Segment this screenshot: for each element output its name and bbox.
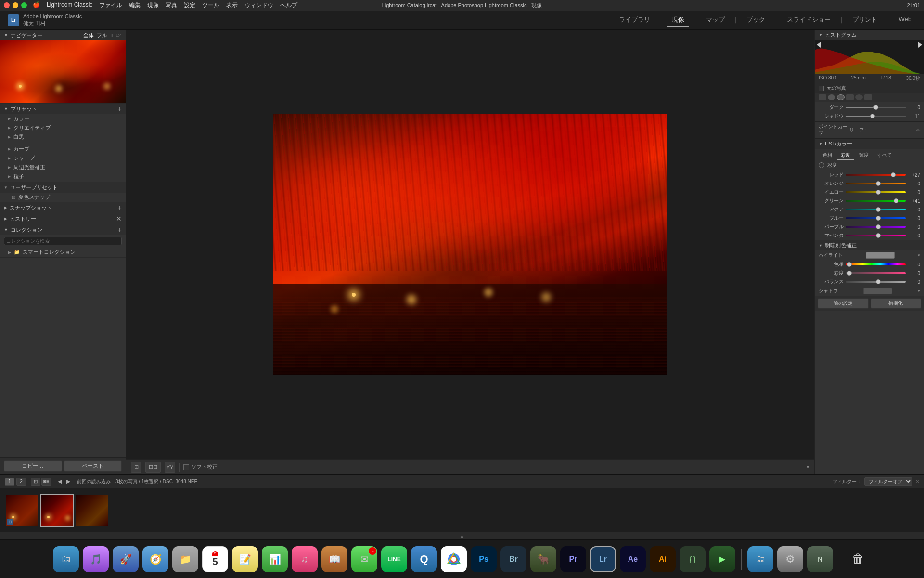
nav-print[interactable]: プリント — [847, 13, 882, 27]
shadow-thumb[interactable] — [870, 114, 875, 118]
apple-menu[interactable]: 🍎 — [33, 1, 40, 10]
point-curve-edit[interactable]: ✏ — [916, 128, 920, 133]
dock-notes[interactable]: 📝 — [232, 546, 258, 572]
nav-slideshow[interactable]: スライドショー — [782, 13, 835, 27]
minimize-btn[interactable] — [13, 2, 18, 8]
yellow-slider[interactable] — [846, 191, 906, 193]
preset-color[interactable]: ▶ カラー — [0, 114, 126, 123]
film-thumb-2[interactable] — [40, 494, 74, 527]
grid-option-2[interactable]: ⊞⊞ — [41, 478, 51, 486]
dock-scripteditor[interactable]: { } — [680, 546, 706, 572]
shadow-slider[interactable] — [846, 116, 906, 117]
page-1-btn[interactable]: 1 — [5, 478, 14, 486]
dock-bridge[interactable]: Br — [500, 546, 526, 572]
user-presets-header[interactable]: ▼ ユーザープリセット — [0, 182, 126, 193]
balance-slider[interactable] — [846, 281, 906, 283]
dock-messages[interactable]: ✉ 5 — [351, 546, 377, 572]
original-photo-checkbox[interactable] — [819, 86, 824, 91]
hsl-tab-saturation[interactable]: 彩度 — [837, 151, 854, 160]
preset-bw[interactable]: ▶ 白黒 — [0, 132, 126, 142]
prev-arrow[interactable]: ◀ — [56, 478, 64, 485]
correction-saturation-thumb[interactable] — [847, 271, 852, 276]
dock-iterm[interactable]: ▶ — [709, 546, 735, 572]
dock-music[interactable]: ♫ — [292, 546, 318, 572]
highlight-expand[interactable]: ▾ — [918, 253, 920, 258]
main-nav[interactable]: ライブラリ ｜ 現像 ｜ マップ ｜ ブック ｜ スライドショー ｜ プリント … — [614, 13, 917, 27]
hsl-target-adjust[interactable] — [819, 162, 824, 168]
grid-view[interactable]: ⊞⊞ — [145, 462, 161, 473]
dock-chrome[interactable] — [441, 546, 467, 572]
app-menu-name[interactable]: Lightroom Classic — [47, 1, 92, 10]
dock-finder[interactable]: 🗂 — [53, 546, 79, 572]
dark-slider[interactable] — [846, 107, 906, 108]
menu-file[interactable]: ファイル — [99, 1, 122, 10]
reset-btn[interactable]: 初期化 — [871, 298, 922, 309]
orange-slider[interactable] — [846, 183, 906, 184]
preset-curves[interactable]: ▶ カーブ — [0, 144, 126, 154]
soft-proof-checkbox[interactable] — [183, 464, 189, 470]
view-mode-5[interactable] — [855, 94, 863, 100]
crop-tool[interactable]: ⊡ — [131, 462, 141, 473]
clear-history-btn[interactable]: ✕ — [116, 215, 122, 223]
add-snapshot-btn[interactable]: + — [118, 204, 122, 211]
dock-line[interactable]: LINE — [381, 546, 407, 572]
dock-buffalo[interactable]: 🐂 — [530, 546, 556, 572]
blue-slider[interactable] — [846, 217, 906, 219]
view-mode-1[interactable] — [819, 94, 826, 100]
green-thumb[interactable] — [894, 198, 898, 203]
shadow-expand[interactable]: ▾ — [918, 289, 920, 293]
nav-web[interactable]: Web — [894, 13, 917, 27]
hsl-tab-luminance[interactable]: 輝度 — [855, 151, 873, 160]
menu-photo[interactable]: 写真 — [166, 1, 177, 10]
nav-library[interactable]: ライブラリ — [614, 13, 655, 27]
next-arrow[interactable]: ▶ — [64, 478, 72, 485]
view-mode-3[interactable] — [837, 94, 845, 100]
menu-bar[interactable]: 🍎 Lightroom Classic ファイル 編集 現像 写真 設定 ツール… — [33, 1, 297, 10]
maximize-btn[interactable] — [21, 2, 27, 8]
purple-thumb[interactable] — [876, 224, 881, 229]
aqua-slider[interactable] — [846, 209, 906, 210]
smart-collection[interactable]: ▶ 📁 スマートコレクション — [0, 247, 126, 257]
collection-search[interactable] — [4, 237, 122, 245]
soft-proof-toggle[interactable]: ソフト校正 — [183, 463, 218, 471]
hsl-tab-all[interactable]: すべて — [873, 151, 896, 160]
film-thumb-1[interactable]: ⊡ — [5, 494, 38, 527]
shadow-swatch[interactable] — [863, 288, 892, 294]
dock-nikon[interactable]: N — [807, 546, 833, 572]
yellow-thumb[interactable] — [876, 190, 881, 195]
copy-button[interactable]: コピー… — [4, 460, 62, 472]
prev-settings-btn[interactable]: 前の設定 — [818, 298, 869, 309]
blue-thumb[interactable] — [876, 216, 881, 221]
dock-trash[interactable]: 🗑 — [845, 546, 871, 572]
add-collection-btn[interactable]: + — [118, 226, 122, 234]
dock-safari[interactable]: 🧭 — [142, 546, 168, 572]
dock-books[interactable]: 📖 — [321, 546, 347, 572]
dark-thumb[interactable] — [873, 105, 878, 110]
snapshots-header[interactable]: ▶ スナップショット + — [0, 202, 126, 213]
page-2-btn[interactable]: 2 — [16, 478, 26, 486]
grid-option-1[interactable]: ⊡ — [31, 478, 40, 486]
preset-vignette[interactable]: ▶ 周辺光量補正 — [0, 163, 126, 172]
hsl-tab-hue[interactable]: 色相 — [819, 151, 836, 160]
nav-zoom-full[interactable]: 全体 — [83, 32, 94, 39]
add-preset-btn[interactable]: + — [118, 105, 122, 113]
nav-develop[interactable]: 現像 — [667, 13, 689, 27]
highlight-swatch[interactable] — [866, 252, 895, 259]
balance-thumb[interactable] — [876, 279, 881, 284]
presets-header[interactable]: ▼ プリセット + — [0, 104, 126, 114]
histogram-header[interactable]: ▼ ヒストグラム — [815, 30, 924, 40]
user-preset-natsu[interactable]: ⊡ 夏色スナップ — [0, 193, 126, 202]
dock-calendar[interactable]: 5 5 — [202, 546, 228, 572]
dock-numbers[interactable]: 📊 — [262, 546, 288, 572]
dock-launchpad[interactable]: 🚀 — [113, 546, 139, 572]
preset-grain[interactable]: ▶ 粒子 — [0, 172, 126, 181]
preset-creative[interactable]: ▶ クリエイティブ — [0, 123, 126, 132]
filter-close[interactable]: ✕ — [915, 479, 919, 484]
history-header[interactable]: ▶ ヒストリー ✕ — [0, 213, 126, 224]
color-correction-header[interactable]: ▼ 明暗別色補正 — [815, 240, 924, 250]
dock-q[interactable]: Q — [411, 546, 437, 572]
dock-finder2[interactable]: 🗂 — [747, 546, 773, 572]
green-slider[interactable] — [846, 200, 906, 202]
menu-window[interactable]: ウィンドウ — [244, 1, 273, 10]
navigator-header[interactable]: ▼ ナビゲーター 全体 フル II 1:4 — [0, 30, 126, 40]
